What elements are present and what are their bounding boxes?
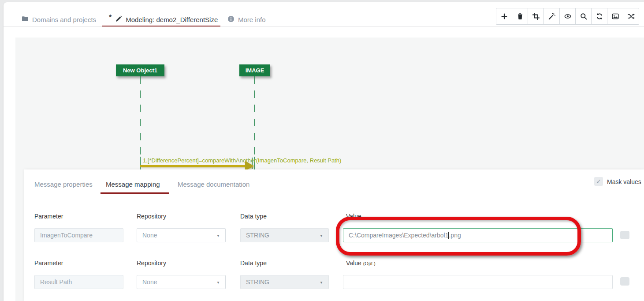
search-icon xyxy=(580,13,587,20)
application-window: Domains and projects * Modeling: demo2_D… xyxy=(0,0,644,301)
crop-icon xyxy=(532,13,540,20)
image-button[interactable] xyxy=(607,8,623,25)
panel-tabs-divider xyxy=(24,194,644,194)
value-label: Value (Opt.) xyxy=(346,260,376,267)
tab-label: More info xyxy=(238,16,266,23)
refresh-icon xyxy=(596,13,603,20)
header-divider xyxy=(4,26,644,27)
parameter-value: Result Path xyxy=(40,278,72,286)
chevron-down-icon: ▼ xyxy=(216,281,220,285)
tab-label: Domains and projects xyxy=(32,16,96,23)
checkmark-icon: ✓ xyxy=(596,178,601,185)
repository-label: Repository xyxy=(137,213,166,220)
message-mapping-panel: Message properties Message mapping Messa… xyxy=(24,169,644,301)
tab-modeling[interactable]: * Modeling: demo2_DifferentSize xyxy=(109,14,218,25)
object-label: IMAGE xyxy=(246,67,264,74)
diagram-object-image[interactable]: IMAGE xyxy=(239,64,270,76)
parameter-label: Parameter xyxy=(34,260,63,267)
repository-dropdown[interactable]: None▼ xyxy=(137,275,226,289)
mapping-row: Parameter Result Path Repository None▼ D… xyxy=(24,259,644,291)
tab-domains-and-projects[interactable]: Domains and projects xyxy=(22,14,96,25)
value-text: .png xyxy=(449,232,461,239)
lifeline-image xyxy=(254,76,255,170)
parameter-field[interactable]: ImagenToCompare xyxy=(34,228,123,242)
main-card: Domains and projects * Modeling: demo2_D… xyxy=(4,2,644,301)
repository-value: None xyxy=(142,278,157,286)
diagram-toolbar xyxy=(496,8,639,25)
diagram-object-new-object1[interactable]: New Object1 xyxy=(116,64,164,76)
activation-segment-left xyxy=(140,157,141,170)
parameter-label: Parameter xyxy=(34,213,63,220)
add-button[interactable] xyxy=(496,8,512,25)
folder-icon xyxy=(22,15,29,24)
repository-value: None xyxy=(142,232,157,239)
image-icon xyxy=(612,13,619,20)
magic-wand-button[interactable] xyxy=(543,8,560,25)
shuffle-button[interactable] xyxy=(623,8,639,25)
tab-label: Modeling: demo2_DifferentSize xyxy=(126,16,218,23)
datatype-value: STRING xyxy=(246,278,269,286)
parameter-value: ImagenToCompare xyxy=(40,232,93,239)
pencil-icon xyxy=(115,15,122,24)
mask-values-label: Mask values xyxy=(607,178,641,185)
tab-message-documentation[interactable]: Message documentation xyxy=(178,181,249,188)
refresh-button[interactable] xyxy=(591,8,607,25)
message-arrow-line[interactable] xyxy=(140,165,252,167)
value-editor-button[interactable] xyxy=(620,231,629,239)
mapping-row: Parameter ImagenToCompare Repository Non… xyxy=(24,212,644,245)
trash-icon xyxy=(517,13,524,20)
message-label[interactable]: 1.[*DifferencePercent]=compareWithAnothe… xyxy=(143,157,341,164)
chevron-down-icon: ▼ xyxy=(216,234,220,238)
datatype-label: Data type xyxy=(240,260,267,267)
datatype-label: Data type xyxy=(240,213,267,220)
datatype-value: STRING xyxy=(246,232,269,239)
zoom-button[interactable] xyxy=(575,8,592,25)
eye-icon xyxy=(564,13,571,20)
info-icon xyxy=(227,15,235,24)
repository-label: Repository xyxy=(137,260,166,267)
chevron-down-icon: ▼ xyxy=(320,234,323,238)
parameter-field[interactable]: Result Path xyxy=(34,275,123,289)
value-text: C:\CompareImages\Expected\arbol1 xyxy=(349,232,448,239)
lifeline-new-object1 xyxy=(140,76,141,170)
eye-button[interactable] xyxy=(559,8,576,25)
delete-button[interactable] xyxy=(512,8,528,25)
mask-values-checkbox[interactable]: ✓ xyxy=(594,177,603,186)
object-label: New Object1 xyxy=(123,67,157,74)
tab-message-mapping[interactable]: Message mapping xyxy=(106,181,160,188)
value-optional-suffix: (Opt.) xyxy=(363,261,376,266)
value-input[interactable]: C:\CompareImages\Expected\arbol1.png xyxy=(343,228,613,242)
chevron-down-icon: ▼ xyxy=(320,281,323,285)
modified-marker: * xyxy=(109,14,112,22)
datatype-dropdown[interactable]: STRING▼ xyxy=(240,275,329,289)
magic-wand-icon xyxy=(548,13,555,20)
value-input[interactable] xyxy=(343,275,613,289)
repository-dropdown[interactable]: None▼ xyxy=(137,228,226,242)
shuffle-icon xyxy=(628,13,635,20)
crop-button[interactable] xyxy=(528,8,544,25)
add-icon xyxy=(501,13,508,20)
datatype-dropdown[interactable]: STRING▼ xyxy=(240,228,329,242)
tab-message-properties[interactable]: Message properties xyxy=(34,181,93,188)
tab-more-info[interactable]: More info xyxy=(227,14,266,25)
value-label: Value xyxy=(346,213,361,220)
value-editor-button[interactable] xyxy=(620,277,629,286)
